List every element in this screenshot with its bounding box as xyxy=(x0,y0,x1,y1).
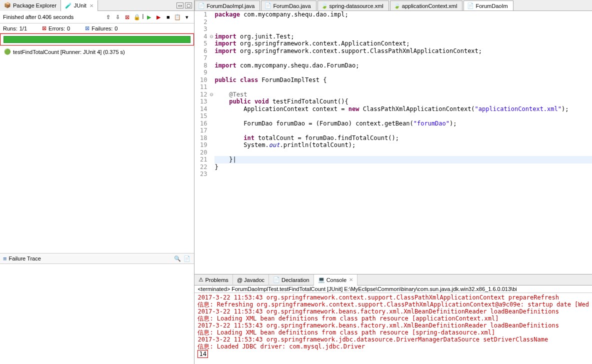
tab-label: Javadoc xyxy=(244,277,264,283)
code-body[interactable]: package com.mycompany.shequ.dao.impl; im… xyxy=(214,11,592,274)
tab-label: ForumDaoIm xyxy=(476,3,508,9)
java-icon: 📄 xyxy=(198,2,205,9)
minimize-button[interactable]: ▭ xyxy=(176,2,184,8)
filter-button[interactable]: 🔍 xyxy=(174,254,182,262)
problems-icon: ⚠ xyxy=(198,276,204,283)
rerun-button[interactable]: ▶ xyxy=(145,13,153,21)
tab-label: Console xyxy=(326,277,346,283)
console-icon: 💻 xyxy=(318,276,325,283)
history-button[interactable]: 📋 xyxy=(174,13,182,21)
test-tree[interactable]: 🟢 testFindTotalCount [Runner: JUnit 4] (… xyxy=(0,46,194,253)
bottom-tab-bar: ⚠ Problems @ Javadoc 📄 Declaration 💻 Con… xyxy=(194,274,592,286)
bottom-panel: ⚠ Problems @ Javadoc 📄 Declaration 💻 Con… xyxy=(194,274,592,364)
test-item[interactable]: 🟢 testFindTotalCount [Runner: JUnit 4] (… xyxy=(2,48,192,56)
junit-status-bar: Finished after 0.406 seconds ⇧ ⇩ ⊠ 🔒 | ▶… xyxy=(0,11,194,24)
editor-tab-applicationcontext[interactable]: 🍃 applicationContext.xml xyxy=(390,0,463,10)
errors-value: 0 xyxy=(67,26,70,32)
errors-label: Errors: xyxy=(48,26,65,32)
failures-metric: ⊠ Failures: 0 xyxy=(85,25,118,32)
stack-icon: ≡ xyxy=(3,255,7,262)
tab-problems[interactable]: ⚠ Problems xyxy=(194,274,232,286)
test-item-label: testFindTotalCount [Runner: JUnit 4] (0.… xyxy=(13,49,125,55)
view-menu-button[interactable]: ▾ xyxy=(183,13,191,21)
declaration-icon: 📄 xyxy=(273,276,280,283)
editor-tab-forumdaoimpl[interactable]: 📄 ForumDaoImpl.java xyxy=(194,0,260,10)
junit-view-panel: 📦 Package Explorer 🧪 JUnit ✕ ▭ ▢ Finishe… xyxy=(0,0,194,364)
tab-junit[interactable]: 🧪 JUnit ✕ xyxy=(61,0,98,11)
failure-icon: ⊠ xyxy=(85,25,90,32)
code-editor[interactable]: 1234567891011121314151617181920212223 ⊖⊖… xyxy=(194,11,592,274)
error-icon: ⊠ xyxy=(42,25,46,32)
maximize-button[interactable]: ▢ xyxy=(185,2,192,8)
tab-javadoc[interactable]: @ Javadoc xyxy=(233,274,269,286)
progress-bar xyxy=(4,36,190,43)
junit-toolbar: ⇧ ⇩ ⊠ 🔒 | ▶ ▶ ■ 📋 ▾ xyxy=(104,13,192,21)
rerun-failed-button[interactable]: ▶ xyxy=(154,13,162,21)
scroll-lock-button[interactable]: 🔒 xyxy=(133,13,141,21)
next-failure-button[interactable]: ⇩ xyxy=(114,13,122,21)
editor-panel: 📄 ForumDaoImpl.java 📄 ForumDao.java 🍃 sp… xyxy=(194,0,592,364)
tab-label: ForumDao.java xyxy=(273,3,310,9)
close-icon[interactable]: ✕ xyxy=(349,277,353,282)
failures-label: Failures: xyxy=(92,26,112,32)
console-result-highlight: 14 xyxy=(198,350,208,358)
tab-label: ForumDaoImpl.java xyxy=(206,3,254,9)
tab-label: Problems xyxy=(205,277,228,283)
line-gutter[interactable]: 1234567891011121314151617181920212223 xyxy=(194,11,210,274)
close-icon[interactable]: ✕ xyxy=(90,3,94,8)
left-tab-bar: 📦 Package Explorer 🧪 JUnit ✕ ▭ ▢ xyxy=(0,0,194,11)
stop-button[interactable]: ■ xyxy=(164,13,172,21)
view-window-controls: ▭ ▢ xyxy=(176,2,194,8)
console-output[interactable]: 2017-3-22 11:53:43 org.springframework.c… xyxy=(194,293,592,364)
progress-container xyxy=(0,34,194,46)
tab-declaration[interactable]: 📄 Declaration xyxy=(269,274,314,286)
runs-metric: Runs: 1/1 xyxy=(3,25,27,32)
show-failures-button[interactable]: ⊠ xyxy=(124,13,132,21)
java-icon: 📄 xyxy=(467,2,474,9)
junit-metrics: Runs: 1/1 ⊠ Errors: 0 ⊠ Failures: 0 xyxy=(0,24,194,34)
prev-failure-button[interactable]: ⇧ xyxy=(104,13,112,21)
failure-trace-label: Failure Trace xyxy=(9,256,41,262)
editor-tab-spring-datasource[interactable]: 🍃 spring-datasource.xml xyxy=(318,0,389,10)
javadoc-icon: @ xyxy=(237,277,242,283)
tab-label: applicationContext.xml xyxy=(402,3,458,9)
editor-tab-forumdao[interactable]: 📄 ForumDao.java xyxy=(261,0,316,10)
tab-label: Package Explorer xyxy=(13,2,56,8)
fold-gutter[interactable]: ⊖⊖ xyxy=(210,11,214,274)
tab-label: spring-datasource.xml xyxy=(330,3,384,9)
xml-icon: 🍃 xyxy=(394,2,400,9)
status-text: Finished after 0.406 seconds xyxy=(3,14,74,20)
tab-label: JUnit xyxy=(74,2,86,8)
tab-package-explorer[interactable]: 📦 Package Explorer xyxy=(0,0,61,11)
junit-icon: 🧪 xyxy=(65,2,72,9)
java-icon: 📄 xyxy=(264,2,272,9)
errors-metric: ⊠ Errors: 0 xyxy=(42,25,70,32)
runs-label: Runs: xyxy=(3,26,18,32)
console-terminated-info: <terminated> ForumDaoImplTest.testFindTo… xyxy=(194,286,592,293)
failure-trace-body[interactable] xyxy=(0,264,194,364)
failure-trace-header: ≡ Failure Trace 🔍 📄 xyxy=(0,253,194,264)
editor-tab-forumdaoimpltest[interactable]: 📄 ForumDaoIm xyxy=(464,0,513,10)
failures-value: 0 xyxy=(114,26,118,32)
tab-console[interactable]: 💻 Console ✕ xyxy=(314,274,358,286)
tab-label: Declaration xyxy=(282,277,310,283)
package-icon: 📦 xyxy=(4,2,11,8)
runs-value: 1/1 xyxy=(20,26,27,32)
editor-tab-bar: 📄 ForumDaoImpl.java 📄 ForumDao.java 🍃 sp… xyxy=(194,0,592,11)
test-pass-icon: 🟢 xyxy=(4,48,11,55)
xml-icon: 🍃 xyxy=(321,2,328,9)
compare-button[interactable]: 📄 xyxy=(183,254,191,262)
